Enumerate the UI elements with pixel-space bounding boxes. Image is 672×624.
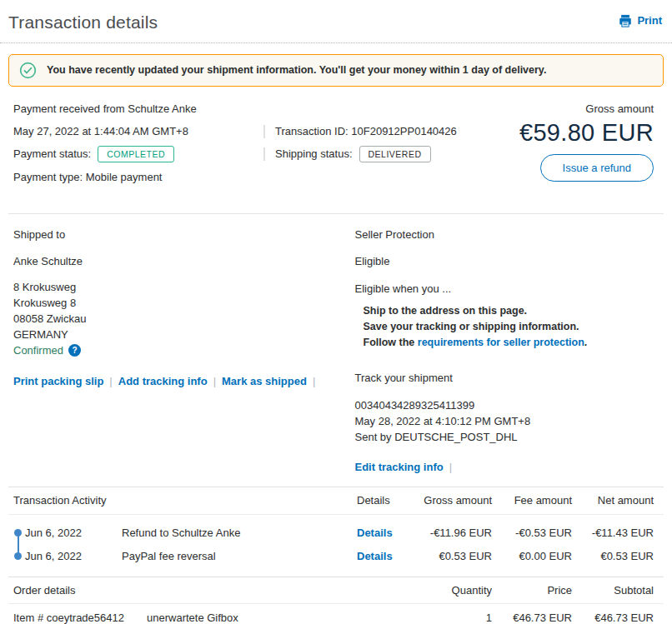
mark-as-shipped-link[interactable]: Mark as shipped: [222, 375, 307, 387]
col-header-net: Net amount: [572, 493, 654, 508]
activity-title: Transaction Activity: [13, 493, 357, 508]
item-subtotal: €46.73 EUR: [572, 611, 654, 624]
requirement-line: Ship to the address on this page.: [355, 303, 664, 319]
order-title: Order details: [13, 583, 417, 598]
tracking-date: May 28, 2022 at 4:10:12 PM GMT+8: [355, 413, 664, 429]
print-packing-slip-link[interactable]: Print packing slip: [13, 375, 103, 387]
activity-rows: Jun 6, 2022 Refund to Schultze Anke Deta…: [8, 515, 664, 577]
details-link[interactable]: Details: [357, 526, 417, 541]
print-label: Print: [637, 13, 662, 28]
fee-value: -€0.53 EUR: [492, 526, 572, 541]
header-divider: [0, 42, 672, 43]
payment-type-text: Payment type: Mobile payment: [13, 170, 162, 185]
table-row: Item # coeytrade56412 unerwartete Gifbox…: [8, 604, 664, 624]
issue-refund-button[interactable]: Issue a refund: [540, 154, 654, 182]
requirement-line: Follow the requirements for seller prote…: [355, 335, 664, 351]
details-link[interactable]: Details: [357, 549, 417, 564]
payment-date: May 27, 2022 at 1:44:04 AM GMT+8: [13, 124, 263, 139]
activity-description: Refund to Schultze Anke: [122, 526, 357, 541]
tracking-carrier: Sent by DEUTSCHE_POST_DHL: [355, 429, 664, 445]
shipping-status-label: Shipping status:: [275, 147, 353, 162]
payment-status-label: Payment status:: [13, 147, 91, 162]
shipping-actions: Print packing slip|Add tracking info|Mar…: [13, 374, 355, 389]
gross-amount-label: Gross amount: [519, 102, 654, 117]
pipe-separator: |: [213, 375, 216, 387]
payment-status-badge: COMPLETED: [98, 146, 174, 162]
col-header-subtotal: Subtotal: [572, 583, 654, 598]
seller-protection-requirements-link[interactable]: requirements for seller protection: [418, 337, 584, 348]
activity-header-row: Transaction Activity Details Gross amoun…: [8, 487, 664, 515]
gross-value: €0.53 EUR: [417, 549, 492, 564]
item-name: unerwartete Gifbox: [147, 611, 417, 624]
payment-received-text: Payment received from Schultze Anke: [13, 102, 197, 117]
gross-amount-value: €59.80 EUR: [519, 118, 654, 147]
recipient-name: Anke Schultze: [13, 254, 355, 269]
eligible-when-label: Eligible when you ...: [355, 282, 664, 297]
address-line: GERMANY: [13, 327, 355, 342]
vertical-separator: [263, 125, 265, 138]
printer-icon: [618, 13, 633, 28]
shipped-to-section: Shipped to Anke Schultze 8 Krokusweg Kro…: [13, 227, 355, 474]
activity-description: PayPal fee reversal: [122, 549, 357, 564]
timeline-connector: [18, 532, 19, 557]
item-price: €46.73 EUR: [492, 611, 572, 624]
eligibility-status: Eligible: [355, 254, 664, 269]
table-row: Jun 6, 2022 Refund to Schultze Anke Deta…: [13, 522, 654, 545]
seller-protection-section: Seller Protection Eligible Eligible when…: [355, 227, 664, 474]
net-value: -€11.43 EUR: [572, 526, 654, 541]
address-line: Krokusweg 8: [13, 295, 355, 311]
order-header-row: Order details Quantity Price Subtotal: [8, 577, 664, 605]
shipment-update-banner: You have recently updated your shipment …: [8, 54, 664, 87]
banner-message: You have recently updated your shipment …: [47, 63, 546, 77]
address-line: 08058 Zwickau: [13, 311, 355, 327]
add-tracking-info-link[interactable]: Add tracking info: [118, 375, 208, 387]
help-icon[interactable]: ?: [68, 344, 81, 357]
gross-value: -€11.96 EUR: [417, 526, 492, 541]
activity-date: Jun 6, 2022: [25, 526, 122, 541]
col-header-gross: Gross amount: [417, 493, 492, 508]
col-header-fee: Fee amount: [492, 493, 572, 508]
page-title: Transaction details: [8, 11, 158, 34]
check-circle-icon: [19, 62, 37, 79]
print-button[interactable]: Print: [618, 11, 662, 28]
follow-suffix: .: [584, 337, 587, 348]
track-shipment-title: Track your shipment: [355, 371, 664, 386]
transaction-id: Transaction ID: 10F20912PP0140426: [275, 124, 457, 139]
vertical-separator: [263, 147, 265, 161]
item-quantity: 1: [417, 611, 492, 624]
requirement-line: Save your tracking or shipping informati…: [355, 319, 664, 335]
details-columns: Shipped to Anke Schultze 8 Krokusweg Kro…: [8, 227, 664, 474]
payment-summary: Payment received from Schultze Anke May …: [8, 102, 664, 200]
shipping-status-badge: DELIVERED: [359, 146, 431, 162]
pipe-separator: |: [313, 375, 315, 387]
transaction-activity-table: Transaction Activity Details Gross amoun…: [8, 487, 664, 577]
address-line: 8 Krokusweg: [13, 279, 355, 295]
activity-date: Jun 6, 2022: [25, 549, 122, 564]
address-confirmed-label: Confirmed: [13, 342, 63, 358]
tracking-number: 00340434289325411399: [355, 397, 664, 413]
col-header-quantity: Quantity: [417, 583, 492, 598]
item-number: Item # coeytrade56412: [13, 611, 147, 624]
pipe-separator: |: [449, 461, 452, 473]
follow-prefix: Follow the: [364, 337, 415, 348]
seller-protection-title: Seller Protection: [355, 227, 664, 242]
table-row: Jun 6, 2022 PayPal fee reversal Details …: [13, 545, 654, 568]
edit-tracking-info-link[interactable]: Edit tracking info: [355, 461, 444, 473]
col-header-price: Price: [492, 583, 572, 598]
page-header: Transaction details Print: [0, 0, 672, 42]
gross-amount-block: Gross amount €59.80 EUR Issue a refund: [519, 102, 654, 182]
section-divider: [8, 213, 664, 214]
col-header-details: Details: [357, 493, 417, 508]
pipe-separator: |: [109, 375, 112, 387]
fee-value: €0.00 EUR: [492, 549, 572, 564]
order-details-table: Order details Quantity Price Subtotal It…: [8, 577, 664, 624]
net-value: €0.53 EUR: [572, 549, 654, 564]
shipped-to-title: Shipped to: [13, 227, 355, 242]
